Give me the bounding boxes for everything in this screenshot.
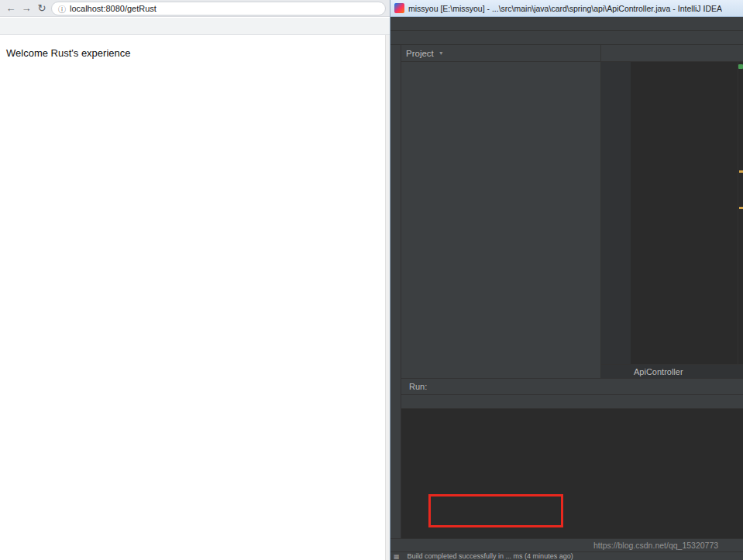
back-icon[interactable]: ←: [3, 0, 19, 17]
editor-area: ApiController: [601, 45, 743, 378]
browser-window: ← → ↻ ⓘ localhost:8080/getRust Welcome R…: [0, 0, 390, 560]
refresh-icon[interactable]: ↻: [34, 0, 50, 17]
left-tool-strip: [390, 45, 401, 538]
forward-icon[interactable]: →: [19, 0, 34, 17]
run-toolbar: [401, 411, 432, 494]
navigation-bar: [390, 31, 743, 45]
chevron-down-icon[interactable]: ▾: [437, 50, 445, 57]
console-tab-bar: [401, 394, 743, 409]
run-label: Run:: [404, 382, 432, 391]
inspections-ok-icon: [738, 64, 743, 69]
bookmarks-bar: [0, 18, 390, 35]
main-area: Project ▾ ApiController: [401, 45, 743, 378]
url-text: localhost:8080/getRust: [70, 4, 157, 13]
intellij-window: missyou [E:\missyou] - ...\src\main\java…: [390, 0, 743, 560]
intellij-logo-icon: [394, 3, 404, 13]
menu-bar: [390, 17, 743, 31]
ide-titlebar[interactable]: missyou [E:\missyou] - ...\src\main\java…: [390, 0, 743, 17]
project-tree: [401, 62, 600, 378]
project-panel-header: Project ▾: [401, 45, 600, 62]
window-title: missyou [E:\missyou] - ...\src\main\java…: [408, 4, 722, 13]
stripe-mark: [739, 207, 743, 209]
run-header: Run:: [401, 379, 743, 394]
watermark-text: https://blog.csdn.net/qq_15320773: [593, 541, 718, 550]
page-text: Welcome Rust's experience: [0, 35, 385, 71]
code-editor[interactable]: [601, 62, 743, 364]
project-panel: Project ▾: [401, 45, 601, 378]
status-message: Build completed successfully in ... ms (…: [408, 552, 573, 560]
address-bar[interactable]: ⓘ localhost:8080/getRust: [51, 2, 386, 15]
breadcrumb-class[interactable]: ApiController: [634, 367, 683, 376]
stripe-mark: [739, 170, 743, 173]
page-content: Welcome Rust's experience: [0, 35, 385, 560]
run-tool-window: Run:: [401, 378, 743, 538]
browser-toolbar: ← → ↻ ⓘ localhost:8080/getRust: [0, 0, 390, 17]
page-info-icon[interactable]: ⓘ: [58, 3, 66, 15]
annotation-highlight-box: [428, 494, 563, 527]
project-header-title[interactable]: Project: [406, 49, 434, 58]
editor-breadcrumbs: ApiController: [601, 364, 743, 378]
editor-tab-bar: [601, 45, 743, 62]
toolwindow-toggle-icon[interactable]: ▦: [394, 553, 400, 560]
editor-scrollbar[interactable]: [738, 62, 743, 364]
status-bar: ▦ Build completed successfully in ... ms…: [390, 551, 743, 560]
